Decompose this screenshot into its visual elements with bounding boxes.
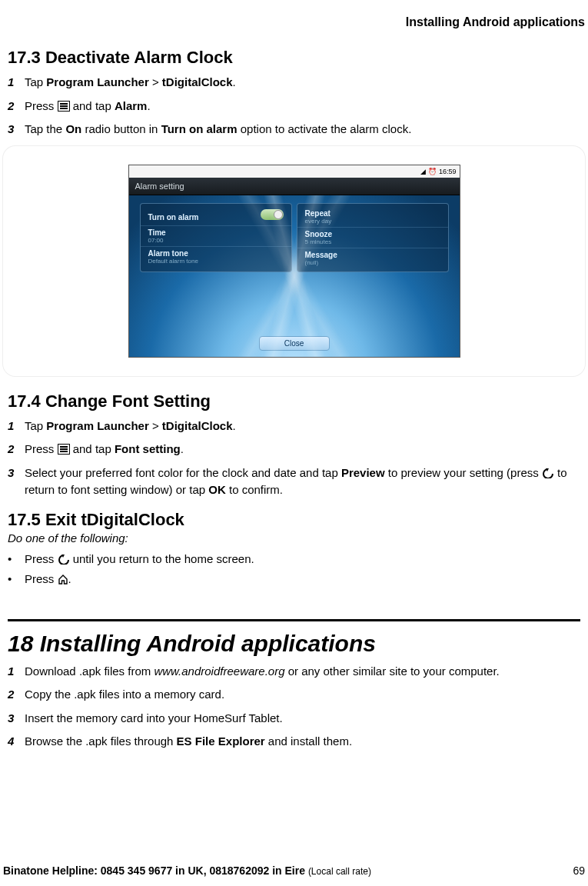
step-number: 2: [8, 98, 25, 115]
step-text: Tap Program Launcher > tDigitalClock.: [25, 418, 236, 435]
heading-17-3: 17.3 Deactivate Alarm Clock: [8, 48, 580, 68]
step-17-4-3: 3 Select your preferred font color for t…: [8, 465, 580, 499]
back-icon: [542, 468, 554, 478]
menu-icon: [58, 444, 70, 455]
step-text: Select your preferred font color for the…: [25, 465, 580, 499]
step-17-4-2: 2 Press and tap Font setting.: [8, 441, 580, 458]
home-icon: [58, 574, 68, 585]
row-time[interactable]: Time 07:00: [141, 226, 291, 247]
settings-panel-left: Turn on alarm Time 07:00 Alarm tone Defa…: [140, 203, 292, 272]
footer-helpline: Binatone Helpline: 0845 345 9677 in UK, …: [3, 864, 371, 877]
step-number: 2: [8, 686, 25, 704]
running-header: Installing Android applications: [0, 0, 588, 37]
step-text: Browse the .apk files through ES File Ex…: [25, 733, 352, 751]
step-text: Download .apk files from www.androidfree…: [25, 663, 500, 681]
menu-icon: [58, 101, 70, 112]
toggle-on[interactable]: [261, 209, 284, 220]
row-message[interactable]: Message (null): [297, 248, 448, 268]
page-footer: Binatone Helpline: 0845 345 9677 in UK, …: [0, 864, 588, 877]
bullet-dot: •: [8, 571, 25, 588]
android-status-bar: ◢ ⏰ 16:59: [129, 165, 460, 178]
bullet-text: Press .: [25, 571, 71, 588]
row-turn-on-alarm[interactable]: Turn on alarm: [141, 207, 291, 226]
settings-panel-right: Repeat every day Snooze 5 minutes Messag…: [297, 203, 449, 272]
step-17-4-1: 1 Tap Program Launcher > tDigitalClock.: [8, 418, 580, 435]
step-number: 1: [8, 418, 25, 435]
step-text: Press and tap Font setting.: [25, 441, 184, 458]
close-button[interactable]: Close: [259, 336, 330, 351]
window-title-bar: Alarm setting: [129, 178, 460, 195]
step-text: Tap the On radio button in Turn on alarm…: [25, 121, 411, 138]
bullet-text: Press until you return to the home scree…: [25, 551, 254, 568]
step-17-3-2: 2 Press and tap Alarm.: [8, 98, 580, 115]
step-text: Press and tap Alarm.: [25, 98, 151, 115]
screenshot-alarm-setting: ◢ ⏰ 16:59 Alarm setting Turn on alarm Ti…: [3, 146, 585, 376]
step-18-4: 4 Browse the .apk files through ES File …: [8, 733, 580, 751]
heading-17-5: 17.5 Exit tDigitalClock: [8, 510, 580, 530]
step-number: 3: [8, 121, 25, 138]
intro-17-5: Do one of the following:: [8, 531, 580, 545]
step-number: 3: [8, 465, 25, 499]
bullet-dot: •: [8, 551, 25, 568]
bullet-17-5-1: • Press until you return to the home scr…: [8, 551, 580, 568]
step-number: 3: [8, 710, 25, 728]
step-number: 1: [8, 74, 25, 92]
row-alarm-tone[interactable]: Alarm tone Default alarm tone: [141, 247, 291, 267]
step-18-3: 3 Insert the memory card into your HomeS…: [8, 710, 580, 728]
row-repeat[interactable]: Repeat every day: [297, 207, 448, 228]
signal-icon: ◢: [420, 168, 426, 175]
step-number: 4: [8, 733, 25, 751]
step-18-1: 1 Download .apk files from www.androidfr…: [8, 663, 580, 681]
step-number: 2: [8, 441, 25, 458]
step-number: 1: [8, 663, 25, 681]
bullet-17-5-2: • Press .: [8, 571, 580, 588]
step-text: Tap Program Launcher > tDigitalClock.: [25, 74, 236, 92]
step-text: Insert the memory card into your HomeSur…: [25, 710, 283, 728]
alarm-status-icon: ⏰: [428, 168, 437, 175]
device-body: Turn on alarm Time 07:00 Alarm tone Defa…: [129, 195, 460, 357]
device-frame: ◢ ⏰ 16:59 Alarm setting Turn on alarm Ti…: [128, 165, 460, 358]
row-snooze[interactable]: Snooze 5 minutes: [297, 228, 448, 248]
page-number: 69: [573, 864, 585, 877]
step-17-3-3: 3 Tap the On radio button in Turn on ala…: [8, 121, 580, 138]
section-rule: [8, 619, 580, 621]
heading-17-4: 17.4 Change Font Setting: [8, 391, 580, 411]
step-18-2: 2 Copy the .apk files into a memory card…: [8, 686, 580, 704]
back-icon: [58, 554, 70, 565]
step-text: Copy the .apk files into a memory card.: [25, 686, 224, 704]
heading-18: 18 Installing Android applications: [8, 626, 580, 657]
status-time: 16:59: [439, 168, 457, 175]
step-17-3-1: 1 Tap Program Launcher > tDigitalClock.: [8, 74, 580, 92]
